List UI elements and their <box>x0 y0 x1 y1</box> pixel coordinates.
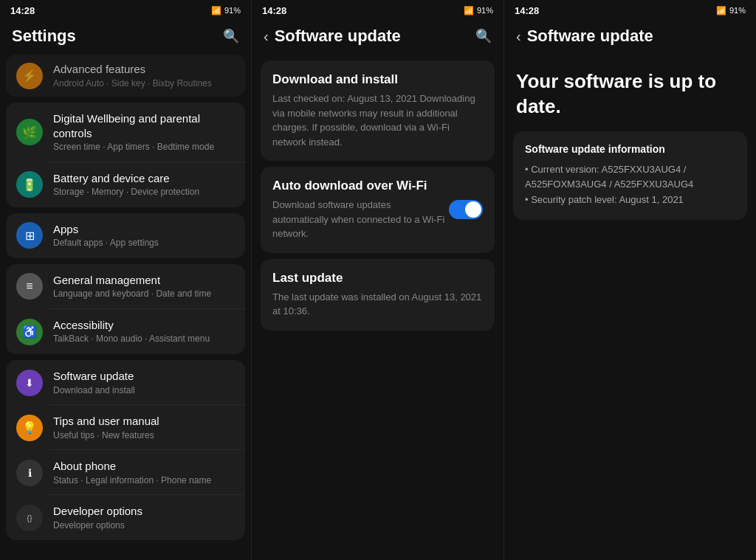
about-phone-icon: ℹ <box>16 460 43 486</box>
search-icon[interactable]: 🔍 <box>223 28 239 44</box>
status-icons-2: 📶 91% <box>464 6 493 15</box>
uptd-header: ‹ Software update <box>504 21 756 55</box>
up-to-date-message: Your software is up to date. <box>504 55 756 131</box>
download-text: Last checked on: August 13, 2021 Downloa… <box>272 91 483 149</box>
auto-download-title: Auto download over Wi-Fi <box>272 179 449 193</box>
info-card-lines: • Current version: A525FXXU3AUG4 / A525F… <box>525 162 735 208</box>
update-scroll: Download and install Last checked on: Au… <box>252 55 504 560</box>
signal-icon-1: 📶 <box>211 6 221 15</box>
software-info-card: Software update information • Current ve… <box>513 131 747 220</box>
auto-download-card: Auto download over Wi-Fi Download softwa… <box>261 167 495 253</box>
uptd-title: Software update <box>527 27 653 46</box>
digital-wellbeing-item[interactable]: 🌿 Digital Wellbeing and parental control… <box>6 103 245 162</box>
digital-wellbeing-icon: 🌿 <box>16 119 43 145</box>
accessibility-item[interactable]: ♿ Accessibility TalkBack · Mono audio · … <box>6 309 245 354</box>
settings-header: Settings 🔍 <box>0 21 251 55</box>
time-2: 14:28 <box>262 5 286 16</box>
time-1: 14:28 <box>10 5 35 16</box>
signal-icon-3: 📶 <box>716 6 726 15</box>
back-button-3[interactable]: ‹ <box>516 28 521 45</box>
group-3: ≡ General management Language and keyboa… <box>6 264 245 354</box>
info-line-0: • Current version: A525FXXU3AUG4 / A525F… <box>525 162 735 193</box>
software-update-icon: ⬇ <box>16 370 43 396</box>
apps-item[interactable]: ⊞ Apps Default apps · App settings <box>6 213 245 258</box>
signal-icon-2: 📶 <box>464 6 474 15</box>
header-left: ‹ Software update <box>264 27 401 46</box>
download-install-card[interactable]: Download and install Last checked on: Au… <box>261 61 495 161</box>
settings-title: Settings <box>12 27 76 46</box>
developer-options-item[interactable]: {} Developer options Developer options <box>6 495 245 540</box>
status-icons-3: 📶 91% <box>716 6 746 15</box>
status-bar-3: 14:28 📶 91% <box>504 0 756 21</box>
search-icon-2[interactable]: 🔍 <box>475 28 492 44</box>
group-1: 🌿 Digital Wellbeing and parental control… <box>6 103 245 207</box>
update-header: ‹ Software update 🔍 <box>252 21 504 55</box>
auto-download-text: Download software updates automatically … <box>272 198 449 241</box>
apps-icon: ⊞ <box>16 222 43 249</box>
back-button-2[interactable]: ‹ <box>264 28 269 45</box>
advanced-features-text: Advanced features Android Auto · Side ke… <box>53 62 235 89</box>
software-update-panel: 14:28 📶 91% ‹ Software update 🔍 Download… <box>251 0 504 560</box>
last-update-text: The last update was installed on August … <box>272 290 483 319</box>
status-bar-2: 14:28 📶 91% <box>252 0 504 21</box>
battery-care-icon: 🔋 <box>16 171 43 198</box>
auto-download-row: Auto download over Wi-Fi Download softwa… <box>272 179 483 241</box>
last-update-title: Last update <box>272 271 483 286</box>
status-bar-1: 14:28 📶 91% <box>0 0 251 21</box>
battery-2: 91% <box>477 6 493 15</box>
about-phone-item[interactable]: ℹ About phone Status · Legal information… <box>6 450 245 495</box>
accessibility-icon: ♿ <box>16 319 43 345</box>
update-title: Software update <box>275 27 401 46</box>
group-4: ⬇ Software update Download and install 💡… <box>6 360 245 540</box>
general-management-icon: ≡ <box>16 273 43 300</box>
wifi-toggle[interactable] <box>449 200 483 219</box>
settings-scroll: ⚡ Advanced features Android Auto · Side … <box>0 55 251 560</box>
up-to-date-panel: 14:28 📶 91% ‹ Software update Your softw… <box>504 0 756 560</box>
last-update-card[interactable]: Last update The last update was installe… <box>261 259 495 331</box>
battery-care-item[interactable]: 🔋 Battery and device care Storage · Memo… <box>6 162 245 207</box>
time-3: 14:28 <box>515 5 539 16</box>
info-card-title: Software update information <box>525 143 735 155</box>
tips-icon: 💡 <box>16 415 43 441</box>
developer-options-icon: {} <box>16 505 43 531</box>
general-management-item[interactable]: ≡ General management Language and keyboa… <box>6 264 245 309</box>
status-icons-1: 📶 91% <box>211 6 241 15</box>
software-update-item[interactable]: ⬇ Software update Download and install <box>6 360 245 405</box>
advanced-features-item[interactable]: ⚡ Advanced features Android Auto · Side … <box>6 55 245 97</box>
advanced-features-icon: ⚡ <box>16 63 43 89</box>
tips-manual-item[interactable]: 💡 Tips and user manual Useful tips · New… <box>6 405 245 450</box>
battery-3: 91% <box>729 6 746 15</box>
info-line-1: • Security patch level: August 1, 2021 <box>525 193 735 208</box>
group-2: ⊞ Apps Default apps · App settings <box>6 213 245 258</box>
battery-1: 91% <box>224 6 241 15</box>
settings-panel: 14:28 📶 91% Settings 🔍 ⚡ Advanced featur… <box>0 0 251 560</box>
uptd-scroll: Your software is up to date. Software up… <box>504 55 756 560</box>
download-title: Download and install <box>272 72 483 87</box>
